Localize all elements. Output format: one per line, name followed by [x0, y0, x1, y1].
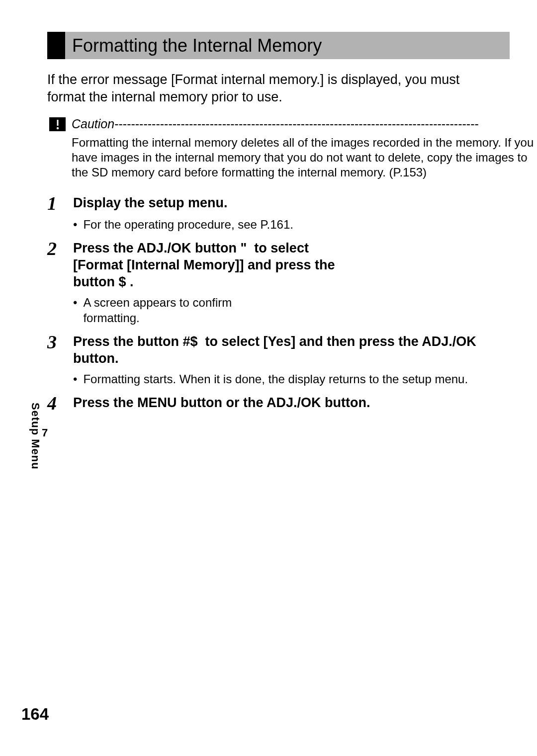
bullet-dot-icon: • [73, 295, 77, 326]
step-2: 2 Press the ADJ./OK button " to select [… [47, 238, 537, 326]
bullet-dot-icon: • [73, 217, 77, 232]
step-3: 3 Press the button #$ to select [Yes] an… [47, 332, 537, 387]
step-4: 4 Press the MENU button or the ADJ./OK b… [47, 393, 537, 413]
steps-list: 1 Display the setup menu. • For the oper… [47, 193, 537, 413]
bullet-dot-icon: • [73, 371, 77, 387]
step-number: 3 [47, 332, 67, 351]
step-bullet: • For the operating procedure, see P.161… [73, 217, 537, 232]
step-number: 1 [47, 193, 67, 213]
chapter-label: Setup Menu [29, 403, 42, 470]
caution-heading: Caution --------------------------------… [49, 117, 537, 131]
caution-dashes: ----------------------------------------… [114, 117, 479, 131]
step-1: 1 Display the setup menu. • For the oper… [47, 193, 537, 232]
svg-point-0 [56, 127, 58, 129]
step-title: Press the ADJ./OK button " to select [Fo… [73, 238, 352, 290]
step-number: 4 [47, 393, 67, 413]
step-bullet-text: For the operating procedure, see P.161. [83, 217, 293, 232]
manual-page: Formatting the Internal Memory If the er… [0, 0, 537, 413]
caution-icon [49, 117, 66, 131]
step-title: Press the MENU button or the ADJ./OK but… [73, 393, 501, 412]
step-bullet-text: Formatting starts. When it is done, the … [83, 371, 468, 387]
chapter-number: 7 [42, 426, 48, 439]
step-number: 2 [47, 238, 67, 258]
section-title: Formatting the Internal Memory [72, 35, 322, 56]
intro-paragraph: If the error message [Format internal me… [47, 71, 495, 106]
section-marker [47, 32, 65, 59]
step-bullet-text: A screen appears to confirm formatting. [83, 295, 262, 326]
step-title: Display the setup menu. [73, 193, 501, 212]
step-bullet: • Formatting starts. When it is done, th… [73, 371, 537, 387]
page-number: 164 [21, 705, 49, 724]
caution-label: Caution [72, 117, 114, 131]
section-title-bar: Formatting the Internal Memory [47, 32, 510, 59]
caution-body: Formatting the internal memory deletes a… [72, 135, 537, 180]
step-title: Press the button #$ to select [Yes] and … [73, 332, 501, 367]
side-chapter-tab: 7 Setup Menu [29, 403, 48, 470]
step-bullet: • A screen appears to confirm formatting… [73, 295, 537, 326]
